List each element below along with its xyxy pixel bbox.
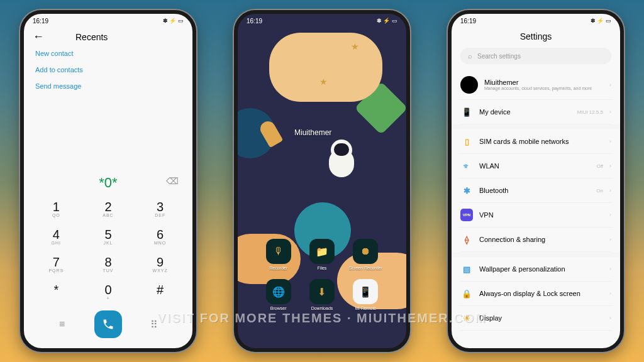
settings-row-display[interactable]: ☀ Display › — [460, 306, 611, 331]
recents-menu-item[interactable]: New contact — [35, 50, 181, 57]
settings-icon: ✱ — [460, 184, 473, 197]
avatar — [460, 76, 478, 94]
keypad-key-0[interactable]: 0+ — [82, 278, 135, 305]
screen-title: Recents — [75, 32, 108, 42]
settings-label: Connection & sharing — [479, 236, 603, 243]
chevron-right-icon: › — [609, 290, 611, 297]
settings-label: My device — [479, 108, 571, 116]
app-browser[interactable]: 🌐Browser — [257, 279, 300, 310]
chevron-right-icon: › — [609, 236, 611, 243]
chevron-right-icon: › — [609, 266, 611, 272]
settings-icon: ▯ — [460, 135, 473, 148]
settings-row-connection-sharing[interactable]: ⟠ Connection & sharing › — [460, 228, 611, 252]
app-recorder[interactable]: 🎙Recorder — [257, 239, 300, 270]
chevron-right-icon: › — [609, 187, 611, 194]
settings-label: WLAN — [479, 162, 590, 170]
search-input[interactable]: ⌕ Search settings — [460, 48, 611, 64]
settings-icon: ᯤ — [460, 160, 473, 172]
app-downloads[interactable]: ⬇Downloads — [300, 279, 343, 310]
recents-menu-item[interactable]: Send message — [35, 82, 181, 90]
chevron-right-icon: › — [609, 212, 611, 218]
settings-value: Off — [596, 163, 603, 169]
status-time: 16:19 — [33, 18, 48, 25]
account-row[interactable]: Miuithemer Manage accounts, cloud servic… — [460, 70, 611, 100]
settings-icon: ☀ — [460, 312, 473, 324]
settings-label: SIM cards & mobile networks — [479, 138, 603, 145]
chevron-right-icon: › — [609, 82, 611, 88]
settings-label: Display — [479, 314, 603, 322]
app-icon: 📁 — [309, 239, 335, 264]
app-mi-remote[interactable]: 📱Mi Remote — [344, 279, 387, 310]
keypad-key-6[interactable]: 6MNO — [134, 222, 186, 250]
phone-dialer: 16:19 ✽ ⚡ ▭ ← Recents New contactAdd to … — [20, 10, 196, 352]
keypad-key-1[interactable]: 1QO — [30, 195, 82, 222]
back-arrow-icon[interactable]: ← — [33, 30, 75, 43]
app-label: Screen Recorder — [349, 266, 382, 270]
app-label: Downloads — [311, 306, 333, 310]
settings-icon: ▧ — [460, 263, 473, 275]
app-icon: 🌐 — [266, 279, 291, 304]
keypad-key-9[interactable]: 9WXYZ — [134, 250, 186, 278]
keypad-key-7[interactable]: 7PQRS — [30, 250, 82, 278]
menu-icon[interactable]: ≡ — [56, 319, 69, 330]
settings-icon: 📱 — [460, 106, 473, 118]
settings-row-my-device[interactable]: 📱 My device MIUI 12.5.5 › — [460, 100, 611, 124]
status-bar: 16:19 ✽ ⚡ ▭ — [24, 14, 192, 28]
settings-row-always-on-display-lock-screen[interactable]: 🔒 Always-on display & Lock screen › — [460, 282, 611, 306]
settings-icon: VPN — [460, 209, 473, 221]
settings-label: Bluetooth — [479, 187, 590, 194]
watermark-text: Miuithemer — [294, 128, 331, 137]
app-files[interactable]: 📁Files — [300, 239, 343, 270]
backspace-icon[interactable]: ⌫ — [166, 176, 179, 186]
settings-row-bluetooth[interactable]: ✱ Bluetooth On › — [460, 178, 611, 203]
call-button[interactable] — [94, 310, 122, 338]
chevron-right-icon: › — [609, 109, 611, 115]
status-icons: ✽ ⚡ ▭ — [591, 18, 611, 24]
status-time: 16:19 — [460, 18, 476, 25]
search-placeholder: Search settings — [477, 53, 521, 60]
recents-menu-item[interactable]: Add to contacts — [35, 66, 181, 74]
chevron-right-icon: › — [609, 163, 611, 169]
chevron-right-icon: › — [609, 315, 611, 321]
app-icon: ⏺ — [353, 239, 378, 264]
account-name: Miuithemer — [484, 79, 603, 86]
app-icon: 📱 — [353, 279, 378, 304]
keypad-key-2[interactable]: 2ABC — [82, 195, 135, 222]
settings-icon: ⟠ — [460, 233, 473, 246]
settings-label: VPN — [479, 211, 603, 219]
keypad-key-3[interactable]: 3DEF — [134, 195, 186, 222]
dialed-number: *0* ⌫ — [24, 171, 192, 195]
settings-row-sim-cards-mobile-networks[interactable]: ▯ SIM cards & mobile networks › — [460, 129, 611, 154]
phone-homescreen: ★ ★ 16:19 ✽ ⚡ ▭ Miuithemer 🎙Recorder📁Fil… — [234, 10, 410, 352]
settings-row-wallpaper-personalization[interactable]: ▧ Wallpaper & personalization › — [460, 257, 611, 282]
phone-settings: 16:19 ✽ ⚡ ▭ Settings ⌕ Search settings M… — [448, 10, 624, 352]
app-icon: ⬇ — [309, 279, 335, 304]
app-icon: 🎙 — [266, 239, 291, 264]
settings-row-wlan[interactable]: ᯤ WLAN Off › — [460, 154, 611, 178]
keypad-key-4[interactable]: 4GHI — [30, 222, 82, 250]
app-label: Browser — [270, 306, 287, 310]
screen-title: Settings — [452, 28, 620, 48]
settings-label: Wallpaper & personalization — [479, 265, 603, 273]
settings-row-vpn[interactable]: VPN VPN › — [460, 203, 611, 228]
settings-value: MIUI 12.5.5 — [577, 109, 603, 115]
search-icon: ⌕ — [468, 52, 472, 60]
status-icons: ✽ ⚡ ▭ — [163, 18, 184, 24]
chevron-right-icon: › — [609, 138, 611, 145]
keypad-key-8[interactable]: 8TUV — [82, 250, 135, 278]
app-label: Recorder — [269, 266, 287, 270]
keypad-key-#[interactable]: # — [134, 278, 186, 305]
settings-icon: 🔒 — [460, 287, 473, 300]
settings-value: On — [596, 188, 603, 194]
account-sub: Manage accounts, cloud services, payment… — [484, 86, 603, 91]
app-label: Mi Remote — [355, 306, 376, 310]
keypad-key-5[interactable]: 5JKL — [82, 222, 135, 250]
app-label: Files — [318, 266, 327, 270]
settings-label: Always-on display & Lock screen — [479, 290, 603, 297]
dialpad-icon[interactable]: ⠿ — [148, 319, 160, 331]
keypad-key-*[interactable]: * — [30, 278, 82, 305]
status-bar: 16:19 ✽ ⚡ ▭ — [452, 14, 620, 28]
app-screen-recorder[interactable]: ⏺Screen Recorder — [344, 239, 387, 270]
